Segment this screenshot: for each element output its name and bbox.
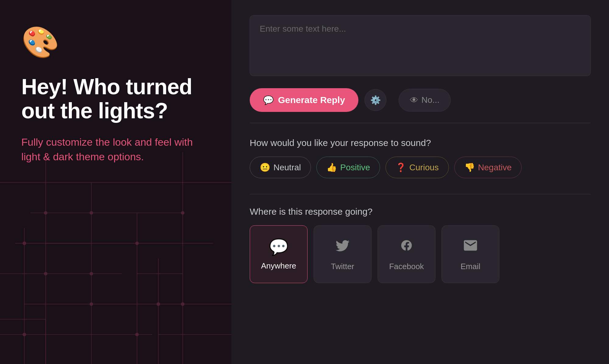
twitter-label: Twitter [331, 262, 354, 271]
no-label: No... [421, 95, 439, 105]
chat-icon: 💬 [263, 95, 274, 105]
neutral-label: Neutral [273, 163, 301, 172]
negative-icon: 👎 [464, 162, 475, 172]
platform-row: 💬 Anywhere Twitter Facebook [250, 225, 591, 283]
positive-icon: 👍 [326, 162, 337, 172]
platform-anywhere[interactable]: 💬 Anywhere [250, 225, 308, 283]
svg-point-13 [90, 211, 93, 214]
svg-point-20 [181, 303, 184, 306]
tone-neutral[interactable]: 😐 Neutral [250, 157, 311, 178]
platform-twitter[interactable]: Twitter [314, 225, 371, 283]
email-icon [463, 237, 478, 257]
svg-point-14 [136, 242, 139, 245]
generate-reply-label: Generate Reply [278, 95, 345, 105]
svg-point-15 [181, 211, 184, 214]
platform-facebook[interactable]: Facebook [378, 225, 435, 283]
headline: Hey! Who turned out the lights? [21, 75, 210, 123]
gear-icon: ⚙️ [370, 95, 381, 105]
tone-row: 😐 Neutral 👍 Positive ❓ Curious 👎 Negativ… [250, 157, 591, 178]
svg-point-22 [23, 333, 26, 336]
button-row: 💬 Generate Reply ⚙️ 👁 No... [250, 88, 591, 123]
facebook-icon [399, 237, 414, 257]
settings-button[interactable]: ⚙️ [364, 89, 386, 111]
no-button[interactable]: 👁 No... [399, 89, 451, 112]
subtitle: Fully customize the look and feel with l… [21, 135, 210, 164]
left-content: 🎨 Hey! Who turned out the lights? Fully … [0, 0, 231, 189]
email-label: Email [460, 262, 480, 271]
section-divider [250, 194, 591, 194]
text-input[interactable] [250, 15, 591, 76]
platform-section-label: Where is this response going? [250, 206, 591, 217]
svg-point-21 [136, 333, 139, 336]
twitter-icon [335, 237, 350, 257]
tone-curious[interactable]: ❓ Curious [385, 157, 449, 178]
palette-icon: 🎨 [21, 24, 59, 60]
left-panel: 🎨 Hey! Who turned out the lights? Fully … [0, 0, 231, 364]
tone-section-label: How would you like your response to soun… [250, 138, 591, 148]
positive-label: Positive [340, 163, 370, 172]
tone-positive[interactable]: 👍 Positive [316, 157, 380, 178]
tone-negative[interactable]: 👎 Negative [454, 157, 522, 178]
svg-point-12 [44, 211, 47, 214]
anywhere-icon: 💬 [269, 238, 289, 256]
platform-email[interactable]: Email [442, 225, 499, 283]
curious-label: Curious [409, 163, 438, 172]
svg-point-17 [44, 272, 47, 275]
eye-icon: 👁 [410, 95, 418, 105]
svg-point-16 [23, 242, 26, 245]
anywhere-label: Anywhere [261, 261, 296, 271]
svg-point-23 [90, 272, 93, 275]
svg-point-19 [157, 303, 160, 306]
curious-icon: ❓ [396, 162, 406, 172]
neutral-icon: 😐 [260, 162, 270, 172]
negative-label: Negative [478, 163, 512, 172]
right-panel: 💬 Generate Reply ⚙️ 👁 No... How would yo… [231, 0, 609, 364]
generate-reply-button[interactable]: 💬 Generate Reply [250, 88, 358, 112]
facebook-label: Facebook [389, 262, 424, 271]
